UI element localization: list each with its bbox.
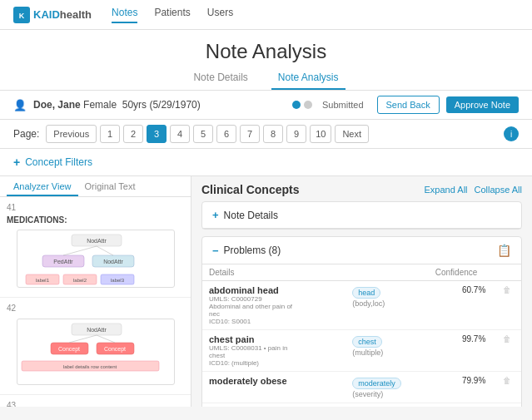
- delete-1[interactable]: 🗑: [492, 281, 521, 330]
- patient-info: Doe, Jane Female 50yrs (5/29/1970): [33, 99, 286, 111]
- svg-line-22: [69, 335, 97, 343]
- svg-text:label3: label3: [110, 278, 124, 283]
- page-btn-1[interactable]: 1: [100, 125, 120, 143]
- table-row: chest pain UMLS: C0008031 • pain in ches…: [202, 330, 521, 372]
- collapse-all-button[interactable]: Collapse All: [475, 185, 522, 195]
- diagram-svg-41: NodAttr PedAttr NodAttr label1 label2 la…: [17, 230, 175, 288]
- table-row: moderate discomfort UMLS: C0024029 • vis…: [202, 403, 521, 408]
- concept-filters-bar[interactable]: + Concept Filters: [0, 149, 532, 176]
- page-btn-7[interactable]: 7: [240, 125, 260, 143]
- page-btn-3[interactable]: 3: [147, 125, 167, 143]
- tab-analyzer-view[interactable]: Analyzer View: [7, 176, 78, 196]
- left-panel: Analyzer View Original Text 41 MEDICATIO…: [0, 176, 191, 407]
- clinical-concepts-header: Clinical Concepts Expand All Collapse Al…: [201, 176, 522, 201]
- nav-link-users[interactable]: Users: [207, 7, 233, 23]
- note-details-toggle-icon: +: [212, 209, 219, 221]
- note-section-41: 41 MEDICATIONS: NodAttr PedAttr NodAttr …: [0, 197, 191, 298]
- table-row: moderately obese moderately (severity) 7…: [202, 372, 521, 403]
- patient-icon: 👤: [13, 99, 27, 111]
- delete-2[interactable]: 🗑: [492, 330, 521, 372]
- col-confidence: Confidence: [429, 264, 493, 281]
- confidence-3: 79.9%: [429, 372, 493, 403]
- patient-bar: 👤 Doe, Jane Female 50yrs (5/29/1970) Sub…: [0, 91, 532, 120]
- confidence-4: 95.2%: [429, 403, 493, 408]
- sub-tabs: Note Details Note Analysis: [0, 68, 532, 91]
- page-btn-4[interactable]: 4: [170, 125, 190, 143]
- concept-name-1: abdominal head UMLS: C0000729 Abdominal …: [202, 281, 346, 330]
- problems-header[interactable]: − Problems (8) 📋: [202, 237, 521, 264]
- svg-line-9: [97, 246, 113, 255]
- svg-text:Concept: Concept: [103, 346, 125, 353]
- confidence-1: 60.7%: [429, 281, 493, 330]
- copy-icon[interactable]: 📋: [497, 244, 511, 257]
- svg-text:label2: label2: [72, 278, 87, 283]
- row-num-41: 41: [7, 200, 184, 215]
- page-btn-6[interactable]: 6: [216, 125, 236, 143]
- svg-line-23: [97, 335, 115, 343]
- tab-note-details[interactable]: Note Details: [186, 68, 254, 90]
- right-panel: Clinical Concepts Expand All Collapse Al…: [191, 176, 532, 407]
- concept-tag-2: chest (multiple): [346, 330, 428, 372]
- dot-blue: [292, 101, 301, 109]
- page-btn-10[interactable]: 10: [310, 125, 331, 143]
- problems-toggle-icon: −: [212, 245, 219, 257]
- next-button[interactable]: Next: [335, 125, 369, 143]
- nav-link-notes[interactable]: Notes: [112, 7, 137, 23]
- page-title-area: Note Analysis: [0, 30, 532, 68]
- page-btn-2[interactable]: 2: [123, 125, 143, 143]
- svg-text:label details row content: label details row content: [62, 364, 117, 369]
- diagram-svg-42: NodAttr Concept Concept label details ro…: [17, 319, 175, 385]
- approve-note-button[interactable]: Approve Note: [446, 96, 519, 113]
- nav-bar: K KAIDhealth Notes Patients Users: [0, 0, 532, 30]
- svg-text:label1: label1: [35, 278, 49, 283]
- col-actions: [492, 264, 521, 281]
- col-details: Details: [202, 264, 346, 281]
- concept-tag-4: (anterior) moderate (severity): [346, 403, 428, 408]
- dot-gray: [304, 101, 312, 109]
- status-label: Submitted: [322, 100, 364, 110]
- concept-tag-3: moderately (severity): [346, 372, 428, 403]
- problems-title: Problems (8): [224, 245, 497, 256]
- nav-link-patients[interactable]: Patients: [154, 7, 190, 23]
- page-btn-8[interactable]: 8: [263, 125, 283, 143]
- page-label: Page:: [13, 128, 39, 140]
- col-concepts: [346, 264, 428, 281]
- note-details-title: Note Details: [224, 210, 511, 221]
- info-icon[interactable]: i: [504, 126, 519, 141]
- logo-icon: K: [13, 7, 30, 23]
- concept-name-3: moderately obese: [202, 372, 346, 403]
- diagram-41: NodAttr PedAttr NodAttr label1 label2 la…: [7, 230, 184, 290]
- plus-icon: +: [13, 156, 20, 169]
- problems-table: Details Confidence abdominal head UMLS: …: [202, 264, 521, 407]
- svg-text:Concept: Concept: [57, 346, 79, 353]
- confidence-2: 99.7%: [429, 330, 493, 372]
- note-details-card: + Note Details: [201, 201, 522, 230]
- concept-name-4: moderate discomfort UMLS: C0024029 • vis…: [202, 403, 346, 408]
- note-section-43: 43 NodAttr Department Dosage Numeric % d…: [0, 395, 191, 407]
- problems-table-header: Details Confidence: [202, 264, 521, 281]
- send-back-button[interactable]: Send Back: [377, 96, 440, 114]
- page-title: Note Analysis: [0, 40, 532, 63]
- main-content: Analyzer View Original Text 41 MEDICATIO…: [0, 176, 532, 407]
- logo: K KAIDhealth: [13, 7, 92, 23]
- svg-text:NodAttr: NodAttr: [87, 327, 107, 333]
- clinical-concepts-title: Clinical Concepts: [201, 183, 425, 196]
- svg-text:K: K: [19, 12, 25, 20]
- note-details-header[interactable]: + Note Details: [202, 202, 521, 229]
- expand-collapse-controls: Expand All Collapse All: [425, 185, 522, 195]
- tab-original-text[interactable]: Original Text: [78, 176, 142, 196]
- left-tabs: Analyzer View Original Text: [0, 176, 191, 197]
- delete-3[interactable]: 🗑: [492, 372, 521, 403]
- page-btn-9[interactable]: 9: [286, 125, 306, 143]
- note-label-41: MEDICATIONS:: [7, 215, 184, 226]
- prev-button[interactable]: Previous: [46, 125, 97, 143]
- svg-text:PedAttr: PedAttr: [53, 259, 73, 264]
- expand-all-button[interactable]: Expand All: [425, 185, 468, 195]
- tab-note-analysis[interactable]: Note Analysis: [271, 68, 346, 90]
- problems-card: − Problems (8) 📋 Details Confidence: [201, 236, 522, 407]
- concept-name-2: chest pain UMLS: C0008031 • pain in ches…: [202, 330, 346, 372]
- page-btn-5[interactable]: 5: [193, 125, 213, 143]
- delete-4[interactable]: 🗑: [492, 403, 521, 408]
- note-section-42: 42 NodAttr Concept Concept label details…: [0, 298, 191, 395]
- pagination-bar: Page: Previous 1 2 3 4 5 6 7 8 9 10 Next…: [0, 120, 532, 149]
